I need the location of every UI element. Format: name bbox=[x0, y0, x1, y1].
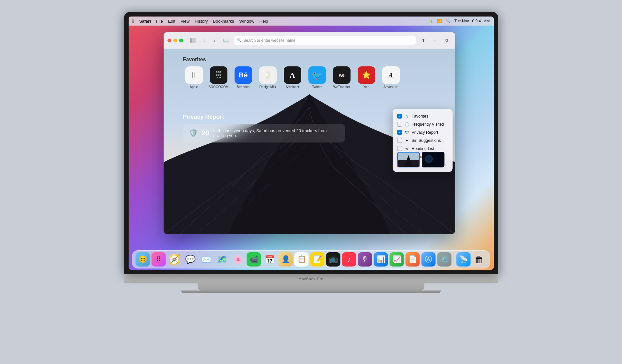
apple-menu[interactable]:  bbox=[132, 18, 134, 24]
privacy-report-label: Privacy Report bbox=[412, 130, 438, 135]
app-name[interactable]: Safari bbox=[139, 19, 151, 24]
favorite-yelp[interactable]: ⭐ Yelp bbox=[355, 66, 377, 89]
safari-content: Favorites  Apple BOOOOOOOM bbox=[164, 49, 455, 234]
dock-tv[interactable]: 📺 bbox=[326, 252, 340, 267]
macbook:  Safari File Edit View History Bookmark… bbox=[120, 12, 502, 352]
search-icon[interactable]: 🔍 bbox=[446, 19, 451, 23]
address-text: Search or enter website name bbox=[244, 38, 295, 43]
favorite-apple[interactable]:  Apple bbox=[183, 66, 205, 89]
favorites-checkbox[interactable] bbox=[397, 114, 402, 119]
customize-frequently-visited[interactable]: 🕐 Frequently Visited bbox=[393, 120, 453, 128]
maximize-button[interactable] bbox=[179, 39, 183, 42]
sidebar-toggle[interactable] bbox=[188, 36, 197, 45]
dock-airdrop[interactable]: 📡 bbox=[456, 252, 471, 267]
favorite-designmilk[interactable]: 🥛 Design Milk bbox=[257, 66, 279, 89]
favorite-twitter[interactable]: 🐦 Twitter bbox=[306, 66, 328, 89]
favorites-icon: ☆ bbox=[405, 114, 409, 119]
siri-label: Siri Suggestions bbox=[412, 138, 441, 143]
favorite-wetransfer[interactable]: we WeTransfer bbox=[331, 66, 353, 89]
favorite-archinect-label: Archinect bbox=[286, 85, 299, 89]
dock-podcasts[interactable]: 🎙 bbox=[358, 252, 372, 267]
privacy-card[interactable]: 🛡️ 20 In the last seven days, Safari has… bbox=[183, 124, 345, 142]
dock-reminders[interactable]: 📋 bbox=[294, 252, 309, 267]
dock-contacts[interactable]: 👤 bbox=[279, 252, 293, 267]
airdrop-icon: 📡 bbox=[459, 255, 468, 264]
favorite-boooom[interactable]: BOOOOOOOM BOOOOOOM bbox=[208, 66, 230, 89]
photos-icon: 🌸 bbox=[233, 255, 243, 265]
dock-keynote[interactable]: 📊 bbox=[374, 252, 388, 267]
favorite-archinect[interactable]: A Archinect bbox=[282, 66, 304, 89]
macbook-body: MacBook Pro bbox=[124, 274, 498, 283]
dock-preferences[interactable]: ⚙️ bbox=[437, 252, 452, 267]
menubar-left:  Safari File Edit View History Bookmark… bbox=[132, 18, 268, 24]
macbook-foot bbox=[181, 290, 441, 293]
new-tab-button[interactable]: + bbox=[431, 36, 440, 45]
bg-thumb-space[interactable] bbox=[422, 152, 444, 167]
launchpad-icon: ⠿ bbox=[156, 256, 161, 263]
tab-overview-button[interactable]: ⧉ bbox=[442, 36, 451, 45]
share-button[interactable]: ⬆ bbox=[419, 36, 428, 45]
back-button[interactable]: ‹ bbox=[200, 36, 209, 45]
mail-icon: ✉️ bbox=[201, 255, 212, 265]
dock-launchpad[interactable]: ⠿ bbox=[152, 252, 166, 267]
dock-finder[interactable]: 😊 bbox=[136, 252, 150, 267]
menu-file[interactable]: File bbox=[156, 19, 163, 24]
dock-numbers[interactable]: 📈 bbox=[390, 252, 404, 267]
favorite-apple-icon:  bbox=[185, 66, 203, 84]
menu-history[interactable]: History bbox=[195, 19, 208, 24]
siri-checkbox[interactable] bbox=[397, 138, 402, 143]
customize-siri[interactable]: ✦ Siri Suggestions bbox=[393, 136, 453, 144]
privacy-section: Privacy Report 🛡️ 20 In the last seven d… bbox=[183, 114, 345, 142]
screen-bezel:  Safari File Edit View History Bookmark… bbox=[124, 12, 498, 274]
minimize-button[interactable] bbox=[173, 39, 177, 42]
privacy-count: 20 bbox=[202, 129, 209, 137]
dock-photos[interactable]: 🌸 bbox=[231, 252, 245, 267]
battery-icon: 🔋 bbox=[428, 19, 433, 23]
close-button[interactable] bbox=[167, 39, 171, 42]
bg-thumb-mountain[interactable] bbox=[397, 152, 420, 167]
dock-maps[interactable]: 🗺️ bbox=[215, 252, 229, 267]
screen:  Safari File Edit View History Bookmark… bbox=[129, 17, 494, 270]
dock-facetime[interactable]: 📹 bbox=[247, 252, 261, 267]
favorite-twitter-icon: 🐦 bbox=[308, 66, 326, 84]
clock: Tue Nov 10 9:41 AM bbox=[455, 19, 490, 23]
menu-window[interactable]: Window bbox=[239, 19, 254, 24]
customize-privacy-report[interactable]: 🛡 Privacy Report bbox=[393, 128, 453, 136]
customize-favorites[interactable]: ☆ Favorites bbox=[393, 112, 453, 120]
dock: 😊 ⠿ 🧭 💬 bbox=[129, 252, 494, 268]
messages-icon: 💬 bbox=[185, 255, 196, 265]
nav-buttons: ‹ › bbox=[200, 36, 219, 45]
dock-appstore[interactable]: Ⓐ bbox=[421, 252, 436, 267]
dock-mail[interactable]: ✉️ bbox=[199, 252, 213, 267]
favorite-behance[interactable]: Bē Behance bbox=[232, 66, 254, 89]
favorite-yelp-icon: ⭐ bbox=[358, 66, 375, 84]
safari-window: ‹ › 📖 🔍 Search or enter website name ⬆ bbox=[164, 32, 455, 234]
menu-view[interactable]: View bbox=[180, 19, 190, 24]
privacy-report-checkbox[interactable] bbox=[397, 130, 402, 135]
safari-icon: 🧭 bbox=[168, 253, 181, 266]
favorite-behance-label: Behance bbox=[237, 85, 249, 89]
address-bar[interactable]: 🔍 Search or enter website name bbox=[234, 36, 416, 45]
favorite-adventure-label: Adventure bbox=[384, 85, 398, 89]
favorite-designmilk-label: Design Milk bbox=[259, 85, 276, 89]
menu-help[interactable]: Help bbox=[259, 19, 268, 24]
dock-trash[interactable]: 🗑 bbox=[472, 252, 487, 267]
dock-music[interactable]: ♪ bbox=[342, 252, 356, 267]
favorite-wetransfer-label: WeTransfer bbox=[333, 85, 350, 89]
dock-pages[interactable]: 📄 bbox=[406, 252, 420, 267]
menu-bookmarks[interactable]: Bookmarks bbox=[213, 19, 234, 24]
desktop:  Safari File Edit View History Bookmark… bbox=[129, 17, 494, 270]
frequently-visited-checkbox[interactable] bbox=[397, 122, 402, 127]
favorite-apple-label: Apple bbox=[190, 85, 198, 89]
favorite-adventure-icon: A bbox=[382, 66, 400, 84]
dock-calendar[interactable]: 📅 bbox=[263, 252, 277, 267]
preferences-icon: ⚙️ bbox=[440, 255, 449, 264]
menu-edit[interactable]: Edit bbox=[168, 19, 175, 24]
dock-notes[interactable]: 📝 bbox=[310, 252, 325, 267]
dock-safari[interactable]: 🧭 bbox=[167, 252, 182, 267]
dock-messages[interactable]: 💬 bbox=[183, 252, 198, 267]
favorite-adventure[interactable]: A Adventure bbox=[380, 66, 402, 89]
forward-button[interactable]: › bbox=[210, 36, 219, 45]
finder-icon: 😊 bbox=[138, 255, 147, 264]
reader-button[interactable]: 📖 bbox=[222, 36, 231, 45]
